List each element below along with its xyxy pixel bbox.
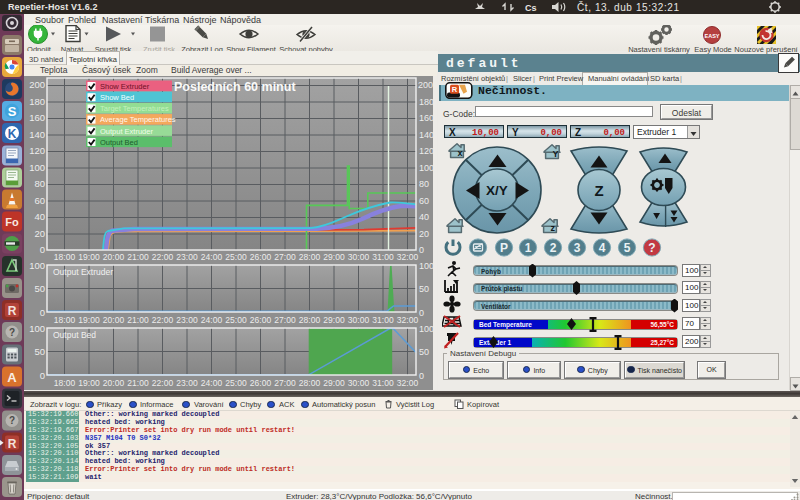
- svg-text:100: 100: [29, 323, 45, 334]
- svg-text:0: 0: [40, 370, 45, 381]
- svg-text:180: 180: [29, 96, 45, 107]
- svg-text:50: 50: [34, 283, 45, 294]
- svg-text:20:00: 20:00: [103, 252, 125, 262]
- svg-text:160: 160: [419, 113, 434, 123]
- svg-text:31:00: 31:00: [372, 252, 394, 262]
- svg-text:0: 0: [419, 245, 424, 255]
- svg-text:Target Temperatures: Target Temperatures: [100, 104, 169, 113]
- svg-text:200: 200: [29, 79, 45, 90]
- svg-text:Output Bed: Output Bed: [100, 138, 138, 147]
- svg-text:100: 100: [419, 163, 434, 173]
- svg-text:21:00: 21:00: [127, 252, 149, 262]
- svg-text:A: A: [7, 370, 17, 385]
- svg-text:Fo: Fo: [5, 216, 19, 228]
- svg-text:Output Bed: Output Bed: [53, 330, 96, 340]
- svg-text:24:00: 24:00: [201, 252, 223, 262]
- svg-text:50: 50: [419, 284, 429, 294]
- svg-text:60: 60: [419, 196, 429, 206]
- svg-text:Posledních 60 minut: Posledních 60 minut: [174, 80, 296, 94]
- svg-text:30:00: 30:00: [348, 252, 370, 262]
- svg-text:120: 120: [419, 146, 434, 156]
- svg-text:0: 0: [40, 244, 45, 255]
- svg-text:20: 20: [34, 228, 45, 239]
- svg-text:?: ?: [9, 327, 15, 338]
- svg-text:120: 120: [29, 145, 45, 156]
- svg-text:140: 140: [419, 130, 434, 140]
- svg-text:0: 0: [419, 371, 424, 381]
- svg-text:40: 40: [34, 211, 45, 222]
- svg-text:25:00: 25:00: [225, 252, 247, 262]
- svg-text:160: 160: [29, 112, 45, 123]
- svg-text:100: 100: [419, 261, 434, 271]
- svg-text:100: 100: [29, 260, 45, 271]
- svg-text:18:00: 18:00: [54, 252, 76, 262]
- svg-text:?: ?: [9, 415, 15, 426]
- svg-text:29:00: 29:00: [323, 252, 345, 262]
- svg-text:0: 0: [419, 308, 424, 318]
- svg-text:100: 100: [419, 324, 434, 334]
- svg-text:0: 0: [40, 307, 45, 318]
- svg-text:180: 180: [419, 97, 434, 107]
- svg-text:50: 50: [419, 347, 429, 357]
- svg-text:Show Extruder: Show Extruder: [100, 82, 150, 91]
- svg-text:Cs: Cs: [525, 3, 537, 13]
- svg-text:140: 140: [29, 129, 45, 140]
- svg-text:Output Extruder: Output Extruder: [53, 267, 113, 277]
- svg-text:20: 20: [419, 229, 429, 239]
- svg-text:200: 200: [418, 80, 433, 90]
- svg-text:22:00: 22:00: [152, 252, 174, 262]
- svg-text:R: R: [8, 304, 17, 318]
- svg-text:23:00: 23:00: [176, 252, 198, 262]
- svg-text:50: 50: [34, 346, 45, 357]
- svg-text:100: 100: [29, 162, 45, 173]
- svg-text:80: 80: [34, 178, 45, 189]
- svg-text:Show Bed: Show Bed: [100, 93, 134, 102]
- svg-text:28:00: 28:00: [299, 252, 321, 262]
- svg-text:32:00: 32:00: [397, 252, 419, 262]
- svg-text:Average Temperatures: Average Temperatures: [100, 115, 176, 124]
- svg-text:80: 80: [419, 179, 429, 189]
- svg-text:19:00: 19:00: [78, 252, 100, 262]
- svg-text:EASY: EASY: [705, 33, 720, 39]
- svg-text:60: 60: [34, 195, 45, 206]
- svg-text:26:00: 26:00: [250, 252, 272, 262]
- svg-text:K: K: [8, 127, 17, 141]
- svg-text:Output Extruder: Output Extruder: [100, 127, 153, 136]
- svg-text:S: S: [8, 104, 17, 119]
- svg-text:R: R: [8, 437, 17, 451]
- svg-text:Čt, 13. dub 15:32:21: Čt, 13. dub 15:32:21: [577, 1, 680, 13]
- svg-text:40: 40: [419, 212, 429, 222]
- svg-text:27:00: 27:00: [274, 252, 296, 262]
